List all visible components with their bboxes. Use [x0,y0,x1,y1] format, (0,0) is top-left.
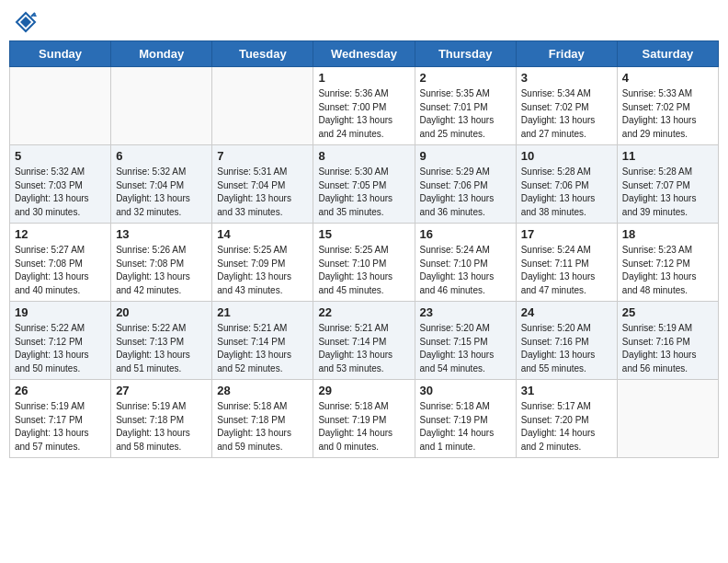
day-info: Sunrise: 5:33 AM Sunset: 7:02 PM Dayligh… [622,87,713,141]
logo [13,9,42,35]
day-info: Sunrise: 5:19 AM Sunset: 7:16 PM Dayligh… [622,322,713,375]
day-info: Sunrise: 5:36 AM Sunset: 7:00 PM Dayligh… [318,87,409,141]
day-number: 4 [622,71,713,85]
day-info: Sunrise: 5:18 AM Sunset: 7:19 PM Dayligh… [318,400,409,454]
day-info: Sunrise: 5:19 AM Sunset: 7:17 PM Dayligh… [15,400,106,454]
calendar-cell: 23Sunrise: 5:20 AM Sunset: 7:15 PM Dayli… [415,302,516,380]
calendar-cell: 27Sunrise: 5:19 AM Sunset: 7:18 PM Dayli… [111,380,212,458]
day-info: Sunrise: 5:28 AM Sunset: 7:07 PM Dayligh… [622,166,713,219]
day-info: Sunrise: 5:19 AM Sunset: 7:18 PM Dayligh… [116,400,207,454]
calendar-cell: 24Sunrise: 5:20 AM Sunset: 7:16 PM Dayli… [516,302,617,380]
day-number: 7 [217,149,308,163]
day-header-saturday: Saturday [617,41,718,67]
calendar-cell: 15Sunrise: 5:25 AM Sunset: 7:10 PM Dayli… [313,224,415,302]
day-info: Sunrise: 5:32 AM Sunset: 7:04 PM Dayligh… [116,166,207,219]
day-number: 17 [521,227,612,241]
day-number: 25 [622,305,713,319]
day-number: 27 [116,384,207,397]
day-info: Sunrise: 5:31 AM Sunset: 7:04 PM Dayligh… [217,166,308,219]
day-number: 23 [420,305,511,319]
day-info: Sunrise: 5:27 AM Sunset: 7:08 PM Dayligh… [15,244,106,297]
day-number: 16 [420,227,511,241]
calendar-cell: 7Sunrise: 5:31 AM Sunset: 7:04 PM Daylig… [212,145,313,224]
day-number: 3 [521,71,612,85]
day-number: 22 [318,305,409,319]
day-number: 19 [15,305,106,319]
day-number: 28 [217,384,308,397]
calendar-cell: 12Sunrise: 5:27 AM Sunset: 7:08 PM Dayli… [10,224,111,302]
day-header-sunday: Sunday [10,41,111,67]
calendar-cell: 16Sunrise: 5:24 AM Sunset: 7:10 PM Dayli… [415,224,516,302]
day-number: 12 [15,227,106,241]
calendar-week-row: 1Sunrise: 5:36 AM Sunset: 7:00 PM Daylig… [10,67,719,145]
day-number: 21 [217,305,308,319]
calendar-cell: 29Sunrise: 5:18 AM Sunset: 7:19 PM Dayli… [313,380,415,458]
day-header-wednesday: Wednesday [313,41,415,67]
day-number: 24 [521,305,612,319]
day-info: Sunrise: 5:21 AM Sunset: 7:14 PM Dayligh… [217,322,308,375]
calendar-cell [212,67,313,145]
calendar-cell: 10Sunrise: 5:28 AM Sunset: 7:06 PM Dayli… [516,145,617,224]
day-number: 8 [318,149,409,163]
day-info: Sunrise: 5:20 AM Sunset: 7:15 PM Dayligh… [420,322,511,375]
day-info: Sunrise: 5:24 AM Sunset: 7:11 PM Dayligh… [521,244,612,297]
calendar-cell: 19Sunrise: 5:22 AM Sunset: 7:12 PM Dayli… [10,302,111,380]
day-number: 5 [15,149,106,163]
day-header-friday: Friday [516,41,617,67]
calendar-week-row: 12Sunrise: 5:27 AM Sunset: 7:08 PM Dayli… [10,224,719,302]
day-number: 26 [15,384,106,397]
calendar-cell: 5Sunrise: 5:32 AM Sunset: 7:03 PM Daylig… [10,145,111,224]
day-header-monday: Monday [111,41,212,67]
page-header [9,9,719,35]
calendar-week-row: 26Sunrise: 5:19 AM Sunset: 7:17 PM Dayli… [10,380,719,458]
calendar-cell: 18Sunrise: 5:23 AM Sunset: 7:12 PM Dayli… [617,224,718,302]
calendar-cell: 25Sunrise: 5:19 AM Sunset: 7:16 PM Dayli… [617,302,718,380]
day-number: 2 [420,71,511,85]
calendar-cell: 31Sunrise: 5:17 AM Sunset: 7:20 PM Dayli… [516,380,617,458]
calendar-header-row: SundayMondayTuesdayWednesdayThursdayFrid… [10,41,719,67]
day-info: Sunrise: 5:34 AM Sunset: 7:02 PM Dayligh… [521,87,612,141]
calendar-week-row: 19Sunrise: 5:22 AM Sunset: 7:12 PM Dayli… [10,302,719,380]
day-info: Sunrise: 5:23 AM Sunset: 7:12 PM Dayligh… [622,244,713,297]
calendar-cell: 22Sunrise: 5:21 AM Sunset: 7:14 PM Dayli… [313,302,415,380]
day-info: Sunrise: 5:22 AM Sunset: 7:12 PM Dayligh… [15,322,106,375]
day-number: 11 [622,149,713,163]
calendar-cell: 4Sunrise: 5:33 AM Sunset: 7:02 PM Daylig… [617,67,718,145]
day-info: Sunrise: 5:32 AM Sunset: 7:03 PM Dayligh… [15,166,106,219]
day-info: Sunrise: 5:29 AM Sunset: 7:06 PM Dayligh… [420,166,511,219]
day-number: 1 [318,71,409,85]
calendar-cell [10,67,111,145]
calendar-cell: 3Sunrise: 5:34 AM Sunset: 7:02 PM Daylig… [516,67,617,145]
day-number: 6 [116,149,207,163]
calendar-table: SundayMondayTuesdayWednesdayThursdayFrid… [9,40,719,458]
day-info: Sunrise: 5:35 AM Sunset: 7:01 PM Dayligh… [420,87,511,141]
day-info: Sunrise: 5:25 AM Sunset: 7:10 PM Dayligh… [318,244,409,297]
day-number: 31 [521,384,612,397]
calendar-cell: 21Sunrise: 5:21 AM Sunset: 7:14 PM Dayli… [212,302,313,380]
calendar-cell: 26Sunrise: 5:19 AM Sunset: 7:17 PM Dayli… [10,380,111,458]
calendar-cell: 11Sunrise: 5:28 AM Sunset: 7:07 PM Dayli… [617,145,718,224]
calendar-cell: 9Sunrise: 5:29 AM Sunset: 7:06 PM Daylig… [415,145,516,224]
svg-marker-2 [20,17,31,28]
day-info: Sunrise: 5:25 AM Sunset: 7:09 PM Dayligh… [217,244,308,297]
day-info: Sunrise: 5:24 AM Sunset: 7:10 PM Dayligh… [420,244,511,297]
day-number: 30 [420,384,511,397]
day-number: 14 [217,227,308,241]
day-info: Sunrise: 5:26 AM Sunset: 7:08 PM Dayligh… [116,244,207,297]
day-header-tuesday: Tuesday [212,41,313,67]
calendar-cell: 1Sunrise: 5:36 AM Sunset: 7:00 PM Daylig… [313,67,415,145]
calendar-cell: 28Sunrise: 5:18 AM Sunset: 7:18 PM Dayli… [212,380,313,458]
logo-icon [13,9,39,35]
calendar-week-row: 5Sunrise: 5:32 AM Sunset: 7:03 PM Daylig… [10,145,719,224]
day-info: Sunrise: 5:20 AM Sunset: 7:16 PM Dayligh… [521,322,612,375]
day-number: 10 [521,149,612,163]
day-number: 13 [116,227,207,241]
day-info: Sunrise: 5:22 AM Sunset: 7:13 PM Dayligh… [116,322,207,375]
day-number: 15 [318,227,409,241]
day-info: Sunrise: 5:18 AM Sunset: 7:19 PM Dayligh… [420,400,511,454]
day-info: Sunrise: 5:21 AM Sunset: 7:14 PM Dayligh… [318,322,409,375]
calendar-cell: 13Sunrise: 5:26 AM Sunset: 7:08 PM Dayli… [111,224,212,302]
calendar-cell: 6Sunrise: 5:32 AM Sunset: 7:04 PM Daylig… [111,145,212,224]
day-header-thursday: Thursday [415,41,516,67]
day-number: 9 [420,149,511,163]
